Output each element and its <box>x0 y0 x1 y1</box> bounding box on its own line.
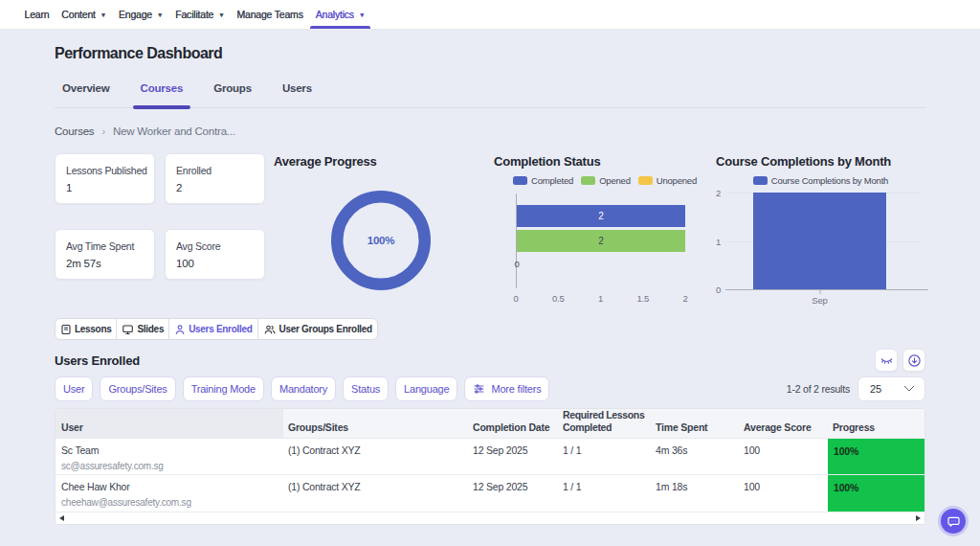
nav-item-content[interactable]: Content ▼ <box>57 0 110 29</box>
tab-overview[interactable]: Overview <box>55 79 118 107</box>
scroll-left-icon[interactable] <box>59 515 64 521</box>
filter-label: User <box>63 383 84 395</box>
breadcrumb-courses-link[interactable]: Courses <box>55 125 94 137</box>
legend-item-completed: Completed <box>513 175 573 186</box>
user-email: cheehaw@assuresafety.com.sg <box>61 497 278 508</box>
filter-label: Status <box>351 383 380 395</box>
view-button-user-groups-enrolled[interactable]: User Groups Enrolled <box>257 319 377 339</box>
filter-label: Language <box>404 383 449 395</box>
results-count: 1-2 of 2 results <box>787 383 850 395</box>
cell-progress: 100% <box>828 475 924 512</box>
chat-bubble-icon <box>947 514 961 529</box>
filter-label: Mandatory <box>279 383 327 395</box>
cell-required-lessons: 1 / 1 <box>558 439 651 475</box>
chart-title-average-progress: Average Progress <box>274 154 494 169</box>
stat-card-avg-time-spent: Avg Time Spent 2m 57s <box>55 229 155 280</box>
user-group-icon <box>263 324 277 335</box>
column-header-completion-date[interactable]: Completion Date <box>468 409 558 439</box>
filter-user[interactable]: User <box>55 376 93 401</box>
column-header-average-score[interactable]: Average Score <box>739 409 828 439</box>
table-row[interactable]: Chee Haw Khor cheehaw@assuresafety.com.s… <box>56 475 924 512</box>
legend-swatch-course-completions <box>753 176 768 185</box>
legend-item-unopened: Unopened <box>638 175 697 186</box>
column-header-time-spent[interactable]: Time Spent <box>651 409 739 439</box>
tab-users[interactable]: Users <box>275 79 320 107</box>
scroll-right-icon[interactable] <box>916 515 921 521</box>
x-tick-mark <box>819 290 820 294</box>
nav-item-label: Manage Teams <box>236 9 302 20</box>
cell-user: Sc Team sc@assuresafety.com.sg <box>56 439 283 475</box>
cell-groups-sites: (1) Contract XYZ <box>283 475 468 512</box>
view-button-slides[interactable]: Slides <box>116 319 168 339</box>
view-button-lessons[interactable]: Lessons <box>56 319 116 339</box>
chevron-down-icon: ▼ <box>157 11 163 18</box>
x-tick-label: 1.5 <box>636 293 649 304</box>
user-email: sc@assuresafety.com.sg <box>61 461 278 471</box>
course-completions-chart: Course Completions by Month Course Compl… <box>716 151 925 303</box>
stat-cards: Lessons Published 1 Enrolled 2 Avg Time … <box>55 153 265 303</box>
donut-center-label: 100% <box>331 191 431 290</box>
sliders-icon <box>473 383 485 395</box>
download-icon <box>907 353 922 368</box>
stat-value: 2 <box>176 182 254 193</box>
bar-completed: 2 <box>517 205 685 227</box>
column-header-groups-sites[interactable]: Groups/Sites <box>283 409 468 439</box>
legend-label: Completed <box>531 175 573 186</box>
users-enrolled-header: Users Enrolled <box>55 349 925 372</box>
filter-language[interactable]: Language <box>395 376 457 401</box>
nav-item-label: Content <box>61 9 95 20</box>
view-button-users-enrolled[interactable]: Users Enrolled <box>168 319 256 339</box>
filter-training-mode[interactable]: Training Mode <box>183 376 264 401</box>
chat-widget-button[interactable] <box>941 509 966 534</box>
hide-columns-button[interactable] <box>875 349 898 372</box>
cell-average-score: 100 <box>739 475 828 512</box>
legend-swatch-unopened <box>638 176 653 185</box>
column-header-progress[interactable]: Progress <box>828 409 924 439</box>
chart-title-course-completions: Course Completions by Month <box>716 154 925 169</box>
filter-label: Training Mode <box>191 383 256 395</box>
filter-groups-sites[interactable]: Groups/Sites <box>100 376 175 401</box>
filter-label: Groups/Sites <box>108 383 167 395</box>
user-name: Chee Haw Khor <box>61 481 278 492</box>
chart-title-completion-status: Completion Status <box>494 154 716 169</box>
average-progress-chart: Average Progress 100% <box>274 151 494 303</box>
nav-item-learn[interactable]: Learn <box>21 0 54 29</box>
chevron-down-icon: ▼ <box>218 11 224 18</box>
download-report-button[interactable] <box>902 349 925 372</box>
table-filter-row: User Groups/Sites Training Mode Mandator… <box>55 376 925 401</box>
tab-courses[interactable]: Courses <box>133 79 191 107</box>
nav-item-manage-teams[interactable]: Manage Teams <box>233 0 306 29</box>
tab-groups[interactable]: Groups <box>206 79 259 107</box>
chevron-down-icon <box>903 381 914 392</box>
nav-item-facilitate[interactable]: Facilitate ▼ <box>171 0 228 29</box>
donut-chart: 100% <box>331 191 431 290</box>
cell-completion-date: 12 Sep 2025 <box>468 475 558 512</box>
eye-closed-icon <box>880 353 894 367</box>
view-button-label: Users Enrolled <box>189 324 252 334</box>
more-filters-button[interactable]: More filters <box>464 376 549 401</box>
view-button-label: Slides <box>137 324 164 334</box>
horizontal-scrollbar[interactable] <box>56 512 924 524</box>
stat-label: Enrolled <box>176 165 254 176</box>
view-button-label: Lessons <box>75 324 111 334</box>
column-header-user[interactable]: User <box>56 409 283 439</box>
x-tick-label: 2 <box>682 293 687 304</box>
page-size-select[interactable]: 25 <box>858 376 925 401</box>
cell-user: Chee Haw Khor cheehaw@assuresafety.com.s… <box>56 475 283 512</box>
nav-item-analytics[interactable]: Analytics ▼ <box>312 0 368 29</box>
stat-label: Avg Score <box>176 240 254 252</box>
nav-item-engage[interactable]: Engage ▼ <box>115 0 167 29</box>
cell-time-spent: 1m 18s <box>651 475 739 512</box>
x-tick-label: 1 <box>598 293 603 304</box>
legend-label: Course Completions by Month <box>771 175 888 186</box>
stat-card-lessons-published: Lessons Published 1 <box>55 153 155 204</box>
table-row[interactable]: Sc Team sc@assuresafety.com.sg (1) Contr… <box>56 439 924 475</box>
course-completions-plot: 012Sep <box>727 193 921 289</box>
table-header-row: User Groups/Sites Completion Date Requir… <box>56 409 924 439</box>
nav-item-label: Facilitate <box>175 9 213 20</box>
nav-item-label: Engage <box>119 9 152 20</box>
filter-mandatory[interactable]: Mandatory <box>271 376 336 401</box>
legend-item-course-completions: Course Completions by Month <box>753 175 888 186</box>
filter-status[interactable]: Status <box>343 376 389 401</box>
column-header-required-lessons[interactable]: Required Lessons Completed <box>558 409 651 439</box>
